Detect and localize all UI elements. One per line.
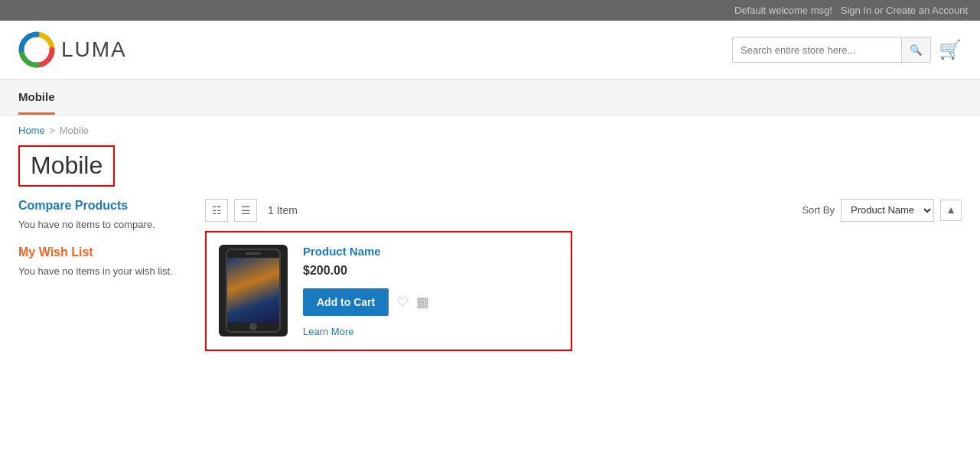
nav-bar: Mobile: [0, 80, 980, 115]
phone-mockup: [226, 249, 281, 333]
product-price: $200.00: [303, 264, 558, 278]
logo-text: LUMA: [61, 37, 127, 62]
phone-speaker: [246, 252, 261, 255]
toolbar: ☷ ☰ 1 Item Sort By Product Name Price Po…: [205, 199, 962, 222]
header: LUMA 🔍 🛒: [0, 21, 980, 80]
product-image-wrap: [219, 245, 288, 337]
signin-link[interactable]: Sign In: [841, 5, 871, 16]
list-view-button[interactable]: ☰: [234, 199, 257, 222]
search-icon: 🔍: [910, 44, 923, 56]
toolbar-right: Sort By Product Name Price Position ▲: [802, 199, 962, 222]
logo-area: LUMA: [18, 31, 127, 68]
sidebar: Compare Products You have no items to co…: [18, 199, 187, 351]
toolbar-left: ☷ ☰ 1 Item: [205, 199, 298, 222]
breadcrumb: Home > Mobile: [0, 115, 980, 139]
learn-more-link[interactable]: Learn More: [303, 326, 353, 337]
compare-products-title: Compare Products: [18, 199, 187, 213]
sort-asc-icon: ▲: [946, 204, 956, 216]
header-right: 🔍 🛒: [732, 37, 962, 63]
luma-logo-icon: [18, 31, 55, 68]
nav-item-mobile[interactable]: Mobile: [18, 80, 55, 115]
search-input[interactable]: [733, 37, 901, 62]
cart-icon[interactable]: 🛒: [939, 39, 962, 60]
product-image: [219, 245, 288, 337]
wishlist-title: My Wish List: [18, 246, 187, 259]
grid-icon: ☷: [212, 204, 222, 216]
product-area: ☷ ☰ 1 Item Sort By Product Name Price Po…: [205, 199, 962, 351]
page-title-wrap: Mobile: [0, 139, 980, 199]
sort-label: Sort By: [802, 204, 835, 216]
phone-screen-inner: [227, 258, 279, 322]
sort-direction-button[interactable]: ▲: [940, 200, 962, 221]
product-info: Product Name $200.00 Add to Cart ♡ ▩ Lea…: [303, 245, 558, 337]
wishlist-icon[interactable]: ♡: [396, 294, 409, 311]
compare-products-text: You have no items to compare.: [18, 219, 187, 230]
or-separator: or: [874, 5, 884, 16]
breadcrumb-home[interactable]: Home: [18, 125, 45, 136]
product-grid: Product Name $200.00 Add to Cart ♡ ▩ Lea…: [205, 231, 962, 351]
main-content: Compare Products You have no items to co…: [0, 199, 980, 369]
create-account-link[interactable]: Create an Account: [886, 5, 968, 16]
wishlist-text: You have no items in your wish list.: [18, 265, 187, 277]
product-card: Product Name $200.00 Add to Cart ♡ ▩ Lea…: [205, 231, 572, 351]
search-box: 🔍: [732, 37, 931, 63]
phone-home-button: [249, 323, 257, 330]
sort-select[interactable]: Product Name Price Position: [841, 199, 934, 222]
grid-view-button[interactable]: ☷: [205, 199, 228, 222]
breadcrumb-current: Mobile: [60, 125, 89, 136]
product-name: Product Name: [303, 245, 558, 258]
page-title: Mobile: [18, 145, 115, 187]
product-actions: Add to Cart ♡ ▩: [303, 288, 558, 316]
search-button[interactable]: 🔍: [901, 37, 930, 62]
breadcrumb-separator: >: [50, 125, 55, 136]
item-count: 1 Item: [268, 204, 298, 216]
top-bar: Default welcome msg! Sign In or Create a…: [0, 0, 980, 21]
compare-icon[interactable]: ▩: [416, 294, 429, 311]
phone-top: [227, 250, 279, 258]
list-icon: ☰: [241, 204, 251, 216]
welcome-message: Default welcome msg!: [734, 5, 832, 16]
phone-bottom: [227, 322, 279, 331]
add-to-cart-button[interactable]: Add to Cart: [303, 288, 389, 316]
